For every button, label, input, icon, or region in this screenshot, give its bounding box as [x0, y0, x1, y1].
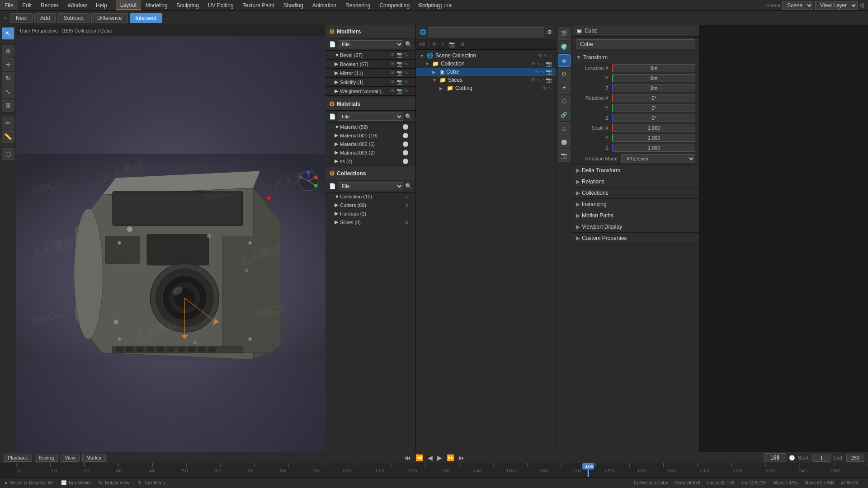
file-select[interactable]: File [338, 40, 403, 48]
menu-render[interactable]: Render [36, 0, 63, 10]
materials-header[interactable]: ⚙ Materials [326, 98, 415, 111]
location-x-input[interactable] [612, 64, 695, 72]
filter-restrict-icon[interactable]: 👁 [430, 40, 439, 48]
menu-window[interactable]: Window [63, 0, 91, 10]
cutting-visibility-icon[interactable]: 👁 [542, 85, 547, 91]
scale-y-input[interactable] [612, 134, 695, 142]
end-frame-input[interactable] [846, 454, 864, 462]
material-item-3[interactable]: ▶ Material.003 (2) [326, 148, 415, 157]
visibility-icon[interactable]: 👁 [538, 53, 543, 59]
workspace-sculpting[interactable]: Sculpting [172, 0, 203, 10]
jump-start-btn[interactable]: ⏮ [404, 453, 412, 462]
bevel-modifier[interactable]: ▼ Bevel (27) 👁 📷 ✎ [326, 51, 415, 59]
filter-viewport-icon[interactable]: 🖥 [458, 40, 466, 48]
add-button[interactable]: Add [34, 13, 56, 23]
view-layer-selector[interactable]: View Layer [815, 1, 858, 10]
material-item-2[interactable]: ▶ Material.002 (6) [326, 140, 415, 148]
cube-select-icon[interactable]: ↖ [541, 69, 545, 75]
location-z-input[interactable] [612, 84, 695, 92]
prop-modifiers-icon-btn[interactable]: ⚙ [558, 68, 571, 80]
settings-icon[interactable]: ⚙ [859, 2, 865, 9]
file-search-icon[interactable]: 🔍 [405, 41, 412, 47]
rotation-mode-select[interactable]: XYZ Euler XZY Euler YXZ Euler YZX Euler … [621, 154, 695, 163]
slices-exclude-icon[interactable]: ○ [542, 77, 545, 83]
jump-end-btn[interactable]: ⏭ [458, 453, 466, 462]
motion-paths-header[interactable]: ▶ Motion Paths [572, 210, 699, 221]
prop-material-icon-btn[interactable]: ⬤ [558, 136, 571, 148]
scene-selector[interactable]: Scene [782, 1, 813, 10]
rotate-tool[interactable]: ↻ [2, 72, 14, 84]
cube-render-icon[interactable]: 📷 [546, 69, 552, 75]
workspace-uv-editing[interactable]: UV Editing [203, 0, 238, 10]
outliner-filter-icon[interactable]: ⚙ [547, 29, 552, 35]
cutting-select-icon[interactable]: ↖ [548, 85, 552, 91]
filter-all-icon[interactable]: All [418, 40, 426, 48]
rotation-x-input[interactable] [612, 94, 695, 102]
menu-help[interactable]: Help [91, 0, 112, 10]
select-icon[interactable]: ↖ [544, 53, 548, 59]
prop-constraints-icon-btn[interactable]: 🔗 [558, 108, 571, 121]
boolean-modifier[interactable]: ▶ Boolean (67) 👁 📷 ✎ [326, 60, 415, 68]
transform-tool[interactable]: ⊞ [2, 99, 14, 112]
difference-button[interactable]: Difference [91, 13, 127, 23]
delta-transform-header[interactable]: ▶ Delta Transform [572, 165, 699, 176]
coll-render-icon[interactable]: 📷 [546, 61, 552, 67]
outliner-search-input[interactable] [429, 27, 544, 37]
material-item-0[interactable]: ▼ Material (58) [326, 123, 415, 131]
prop-data-icon-btn[interactable]: △ [558, 122, 571, 135]
coll-exclude-icon[interactable]: ○ [542, 61, 545, 67]
menu-file[interactable]: File [0, 0, 18, 10]
exclude-icon[interactable]: ○ [549, 53, 552, 59]
object-name-input[interactable] [576, 39, 695, 49]
move-tool[interactable]: ✛ [2, 58, 14, 71]
current-frame-input[interactable] [764, 453, 786, 462]
slices-render-icon[interactable]: 📷 [546, 77, 552, 83]
play-reverse-btn[interactable]: ◀ [427, 453, 434, 462]
cutting-tree-item[interactable]: ▶ 📁 Cutting 👁 ↖ [416, 84, 556, 92]
prop-physics-icon-btn[interactable]: ⬡ [558, 95, 571, 108]
collection-item-1[interactable]: ▶ Cutters (69) ≡ [326, 201, 415, 209]
viewport-display-header[interactable]: ▶ Viewport Display [572, 221, 699, 232]
weighted-normal-modifier[interactable]: ▶ Weighted Normal (.. 👁 📷 ✎ [326, 87, 415, 95]
collection-item-2[interactable]: ▶ Hardops (1) ≡ [326, 209, 415, 218]
scale-x-input[interactable] [612, 124, 695, 132]
intersect-button[interactable]: Intersect [130, 13, 162, 23]
workspace-animation[interactable]: Animation [308, 0, 341, 10]
timeline-ruler[interactable]: 0 10 20 30 40 50 60 70 80 90 100 110 120… [16, 463, 868, 477]
collections-obj-header[interactable]: ▶ Collections [572, 188, 699, 198]
playback-menu-btn[interactable]: Playback [4, 454, 32, 462]
workspace-rendering[interactable]: Rendering [341, 0, 375, 10]
mirror-modifier[interactable]: ▶ Mirror (11) 👁 📷 ✎ [326, 69, 415, 77]
subtract-button[interactable]: Subtract [57, 13, 90, 23]
mat-search-icon[interactable]: 🔍 [405, 113, 412, 120]
material-item-1[interactable]: ▶ Material.001 (19) [326, 131, 415, 140]
modifiers-header[interactable]: ⚙ Modifiers [326, 25, 415, 38]
transform-section-header[interactable]: ▼ Transform [572, 52, 699, 63]
filter-render-icon[interactable]: 📷 [448, 40, 457, 48]
material-item-4[interactable]: ▶ ss (4) [326, 157, 415, 165]
collection-item-0[interactable]: ▼ Collection (10) ≡ [326, 192, 415, 201]
select-tool[interactable]: ↖ [2, 27, 14, 40]
view-timeline-btn[interactable]: View [61, 454, 80, 462]
play-btn[interactable]: ▶ [436, 453, 443, 462]
solidify-modifier[interactable]: ▶ Solidify (1) 👁 📷 ✎ [326, 78, 415, 86]
coll-select-icon[interactable]: ↖ [537, 61, 541, 67]
keying-menu-btn[interactable]: Keying [35, 454, 58, 462]
annotate-tool[interactable]: ✏ [2, 117, 14, 129]
prop-render-icon-btn[interactable]: 📷 [558, 149, 571, 162]
step-back-btn[interactable]: ⏪ [415, 453, 424, 462]
relations-header[interactable]: ▶ Relations [572, 176, 699, 187]
location-y-input[interactable] [612, 74, 695, 82]
workspace-modeling[interactable]: Modeling [141, 0, 172, 10]
cursor-tool[interactable]: ⊕ [2, 45, 14, 57]
start-frame-input[interactable] [812, 454, 830, 462]
custom-properties-header[interactable]: ▶ Custom Properties [572, 233, 699, 244]
collection-item-3[interactable]: ▶ Slices (8) ≡ [326, 218, 415, 226]
slices-visibility-icon[interactable]: 👁 [531, 77, 536, 83]
collections-header[interactable]: ⚙ Collections [326, 167, 415, 180]
step-forward-btn[interactable]: ⏩ [446, 453, 455, 462]
slices-select-icon[interactable]: ↖ [537, 77, 541, 83]
workspace-compositing[interactable]: Compositing [375, 0, 414, 10]
filter-select-icon[interactable]: ↖ [439, 40, 447, 48]
prop-world-icon-btn[interactable]: 🌍 [558, 41, 571, 53]
